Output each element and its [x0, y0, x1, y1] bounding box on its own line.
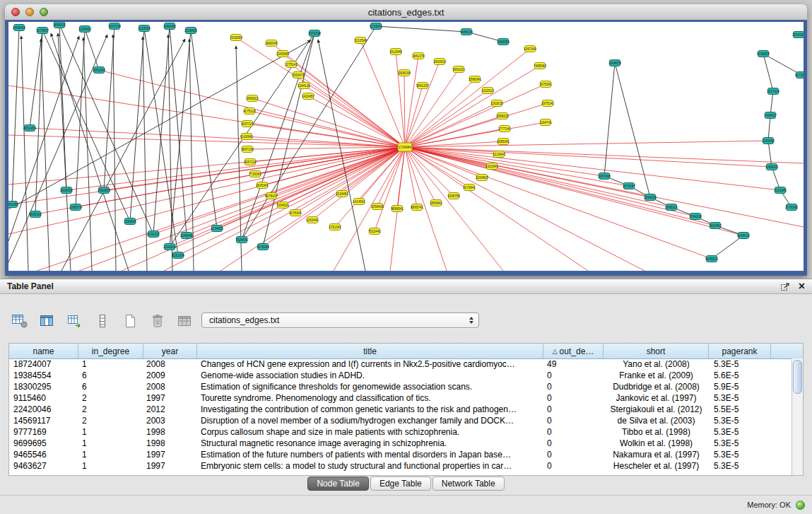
table-row[interactable]: 1872400712008Changes of HCN gene express…: [9, 358, 803, 370]
graph-node[interactable]: 1586341: [469, 76, 481, 83]
graph-node[interactable]: 1891055: [8, 201, 18, 208]
graph-node[interactable]: 1675341: [539, 81, 552, 88]
table-mode-icon[interactable]: [10, 311, 30, 331]
graph-node[interactable]: 2026050: [60, 187, 73, 194]
graph-node[interactable]: 1253441: [306, 217, 319, 223]
graph-node[interactable]: 1895201: [665, 204, 678, 211]
graph-node[interactable]: 1076341: [289, 210, 302, 216]
graph-node[interactable]: 1059432: [371, 204, 384, 210]
graph-node[interactable]: 1827304: [767, 88, 779, 95]
graph-node[interactable]: 1275141: [285, 62, 298, 68]
graph-node[interactable]: 2245042: [180, 233, 193, 239]
table-row[interactable]: 1456911722003Disruption of a novel membe…: [9, 415, 803, 426]
graph-node[interactable]: 1777141: [498, 126, 511, 132]
graph-node[interactable]: 4257121: [241, 121, 254, 127]
graph-node[interactable]: 1420457: [302, 93, 314, 100]
graph-node[interactable]: 7524042: [235, 237, 248, 243]
show-columns-icon[interactable]: [37, 311, 57, 331]
graph-node[interactable]: 1162615: [490, 100, 503, 107]
graph-node[interactable]: 1280574: [69, 204, 82, 211]
graph-node[interactable]: 2051063: [23, 125, 36, 132]
graph-node[interactable]: 1321641: [486, 163, 498, 170]
graph-node[interactable]: 1906194: [398, 70, 411, 76]
graph-node[interactable]: 1664879: [608, 60, 621, 66]
graph-node[interactable]: 1591520: [792, 32, 804, 38]
graph-node[interactable]: 1164741: [539, 119, 552, 126]
table-row[interactable]: 1830029562008Estimation of significance …: [9, 381, 803, 392]
graph-node[interactable]: 1434527: [764, 112, 777, 119]
table-row[interactable]: 911546021997Tourette syndrome. Phenomeno…: [9, 392, 803, 404]
graph-node[interactable]: 9896541: [391, 206, 404, 212]
graph-node[interactable]: 1625341: [256, 182, 269, 189]
graph-node[interactable]: 9158203: [757, 51, 770, 57]
graph-node[interactable]: 1495750: [447, 193, 460, 199]
graph-node[interactable]: 1206204: [163, 244, 176, 250]
graph-node[interactable]: 7485083: [534, 63, 546, 69]
graph-node[interactable]: 1184120: [298, 83, 310, 89]
graph-node[interactable]: 1572198: [308, 30, 321, 37]
graph-node[interactable]: 3867130: [241, 146, 254, 153]
graph-node[interactable]: 1295402: [78, 26, 91, 33]
graph-node[interactable]: 1260806: [124, 218, 136, 225]
graph-node[interactable]: 1518451: [336, 191, 348, 197]
graph-node[interactable]: 1414541: [353, 199, 365, 205]
graph-node[interactable]: 1685341: [497, 139, 510, 145]
graph-node[interactable]: 1653472: [292, 72, 305, 78]
table-selector[interactable]: citations_edges.txt: [201, 313, 479, 328]
graph-node[interactable]: 1085203: [765, 164, 778, 170]
table-row[interactable]: 946362711997Embryonic stem cells: a mode…: [9, 460, 803, 472]
minimize-button[interactable]: [25, 8, 34, 16]
graph-node[interactable]: 1322013: [481, 88, 494, 94]
graph-node[interactable]: 1073567: [36, 28, 49, 34]
graph-node[interactable]: 1961021: [452, 66, 465, 73]
graph-node[interactable]: 2456043: [13, 25, 25, 31]
graph-node[interactable]: 5961257: [416, 83, 429, 89]
graph-node[interactable]: 1882045: [265, 40, 278, 47]
graph-node[interactable]: 1673941: [463, 185, 476, 191]
graph-node[interactable]: 1097343: [524, 46, 536, 52]
graph-node[interactable]: 2260584: [276, 51, 289, 57]
graph-node[interactable]: 7254021: [276, 202, 289, 209]
close-button[interactable]: [11, 8, 20, 16]
graph-node[interactable]: 1879197: [623, 183, 635, 189]
column-header-out-degree[interactable]: △ out_de…: [543, 344, 604, 358]
graph-node[interactable]: 1123564: [138, 25, 151, 32]
table-row[interactable]: 1938455462009Genome-wide association stu…: [9, 370, 803, 381]
table-scrollbar[interactable]: [792, 358, 803, 475]
graph-node[interactable]: 2067110: [244, 159, 257, 165]
graph-node[interactable]: 1159358: [762, 138, 775, 144]
table-row[interactable]: 969969511998Structural magnetic resonanc…: [9, 438, 803, 449]
graph-node[interactable]: 1952805: [98, 187, 110, 194]
graph-node[interactable]: 9272341: [795, 72, 804, 78]
graph-node[interactable]: 1761341: [329, 224, 341, 230]
graph-node[interactable]: 8153041: [370, 23, 382, 30]
graph-node[interactable]: 6100941: [240, 134, 253, 140]
network-canvas[interactable]: 2456043107356718450321295402196723411235…: [8, 22, 804, 271]
graph-node[interactable]: 2204907: [476, 175, 488, 181]
graph-node[interactable]: 2094209: [644, 194, 657, 201]
graph-node[interactable]: 7522441: [368, 228, 381, 235]
graph-node[interactable]: 1958220: [496, 113, 509, 119]
graph-node[interactable]: 1696056: [497, 39, 510, 45]
export-table-icon[interactable]: [65, 311, 85, 331]
graph-node[interactable]: 1660436: [163, 23, 176, 30]
graph-node[interactable]: 8995741: [411, 204, 423, 211]
new-column-icon[interactable]: [120, 311, 140, 331]
graph-node[interactable]: 1532654: [230, 35, 242, 41]
graph-node[interactable]: 1679344: [257, 244, 269, 250]
column-header-name[interactable]: name: [9, 344, 78, 358]
close-panel-icon[interactable]: ×: [799, 282, 805, 291]
graph-node[interactable]: 1512549: [389, 49, 402, 55]
column-header-year[interactable]: year: [143, 344, 197, 358]
graph-node[interactable]: 1210643: [493, 151, 505, 158]
column-header-in-degree[interactable]: in_degree: [78, 344, 143, 358]
graph-node[interactable]: 1975141: [541, 100, 554, 107]
column-header-pagerank[interactable]: pagerank: [709, 344, 771, 358]
graph-node[interactable]: 1967234: [108, 23, 121, 30]
graph-node[interactable]: 1724084: [398, 143, 412, 151]
graph-node[interactable]: 7726341: [249, 171, 261, 177]
graph-node[interactable]: 9152304: [172, 252, 184, 259]
graph-node[interactable]: 1961370: [412, 53, 425, 59]
table-row[interactable]: 977716911998Corpus callosum shape and si…: [9, 426, 803, 438]
rows-icon[interactable]: [93, 311, 112, 331]
